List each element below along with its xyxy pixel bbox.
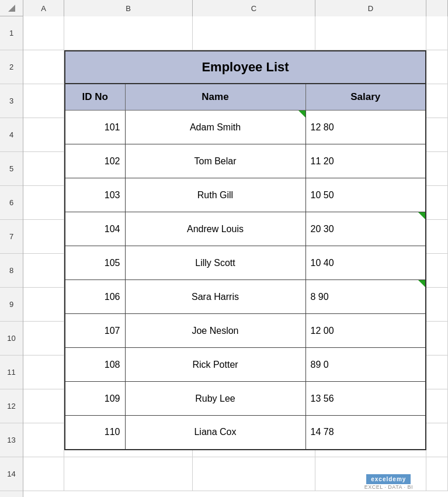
row-header-8[interactable]: 8 [0,254,23,288]
row-header-12[interactable]: 12 [0,389,23,423]
row-header-3[interactable]: 3 [0,84,23,118]
cell-id-10[interactable]: 110 [65,416,125,450]
col-header-c[interactable]: C [193,0,315,16]
cell-salary-3[interactable]: 10 50 [305,178,426,212]
row-header-4[interactable]: 4 [0,118,23,152]
column-headers: A B C D [0,0,448,16]
cell-id-7[interactable]: 107 [65,314,125,348]
cell-name-7[interactable]: Joe Neslon [125,314,305,348]
cell-rest-14 [426,457,448,491]
cell-name-1[interactable]: Adam Smith [125,111,305,144]
col-header-d[interactable]: D [315,0,426,16]
cell-rest-7 [426,220,448,254]
corner-cell [0,0,23,16]
table-row[interactable]: 103 Ruth Gill 10 50 [65,178,426,212]
cell-salary-1[interactable]: 12 80 [305,111,426,144]
cell-name-9[interactable]: Ruby Lee [125,382,305,416]
cell-salary-2[interactable]: 11 20 [305,144,426,178]
cell-c1[interactable] [193,16,315,50]
cell-id-8[interactable]: 108 [65,348,125,382]
row-header-5[interactable]: 5 [0,152,23,186]
row-header-7[interactable]: 7 [0,220,23,254]
row-header-2[interactable]: 2 [0,50,23,84]
cell-id-6[interactable]: 106 [65,280,125,314]
cell-b1[interactable] [64,16,193,50]
cell-salary-10[interactable]: 14 78 [305,416,426,450]
cell-a6[interactable] [23,186,64,220]
table-row[interactable]: 110 Liana Cox 14 78 [65,416,426,450]
row-header-1[interactable]: 1 [0,16,23,50]
table-row[interactable]: 101 Adam Smith 12 80 [65,111,426,144]
cell-salary-5[interactable]: 10 40 [305,246,426,280]
watermark-tagline: EXCEL · DATA · BI [364,484,413,490]
cell-a2[interactable] [23,50,64,84]
cell-a1[interactable] [23,16,64,50]
cell-a10[interactable] [23,322,64,356]
row-header-6[interactable]: 6 [0,186,23,220]
cell-salary-4[interactable]: 20 30 [305,212,426,246]
cell-id-4[interactable]: 104 [65,212,125,246]
grid-area: 1 2 3 4 5 6 7 8 9 10 11 12 13 14 [0,16,448,497]
cell-name-2[interactable]: Tom Belar [125,144,305,178]
cell-a9[interactable] [23,288,64,322]
cell-a12[interactable] [23,389,64,423]
col-header-a[interactable]: A [23,0,64,16]
cell-salary-8[interactable]: 89 0 [305,348,426,382]
table-header-row: ID No Name Salary [65,84,426,111]
row-header-9[interactable]: 9 [0,288,23,322]
cell-a5[interactable] [23,152,64,186]
cell-a13[interactable] [23,423,64,457]
cell-a14[interactable] [23,457,64,491]
content-area: Employee List ID No Name Salary 101 [23,16,448,497]
cell-name-8[interactable]: Rick Potter [125,348,305,382]
col-header-rest [426,0,448,16]
cell-rest-5 [426,152,448,186]
table-row[interactable]: 102 Tom Belar 11 20 [65,144,426,178]
cell-rest-12 [426,389,448,423]
cell-rest-13 [426,423,448,457]
cell-id-3[interactable]: 103 [65,178,125,212]
cell-c14[interactable] [193,457,315,491]
cell-name-3[interactable]: Ruth Gill [125,178,305,212]
cell-a11[interactable] [23,356,64,389]
cell-a3[interactable] [23,84,64,118]
cell-a4[interactable] [23,118,64,152]
table-row[interactable]: 105 Lilly Scott 10 40 [65,246,426,280]
table-title-row: Employee List [65,51,426,84]
cell-rest-11 [426,356,448,389]
grid-row-1 [23,16,448,50]
row-header-13[interactable]: 13 [0,423,23,457]
row-header-11[interactable]: 11 [0,356,23,389]
table-row[interactable]: 104 Andrew Louis 20 30 [65,212,426,246]
cell-b14[interactable] [64,457,193,491]
cell-rest-3 [426,84,448,118]
cell-salary-6[interactable]: 8 90 [305,280,426,314]
cell-name-5[interactable]: Lilly Scott [125,246,305,280]
cell-rest-1 [426,16,448,50]
employee-table: Employee List ID No Name Salary 101 [64,50,426,450]
row-header-14[interactable]: 14 [0,457,23,491]
table-row[interactable]: 108 Rick Potter 89 0 [65,348,426,382]
row-header-10[interactable]: 10 [0,322,23,356]
row-headers: 1 2 3 4 5 6 7 8 9 10 11 12 13 14 [0,16,23,497]
table-row[interactable]: 106 Sara Harris 8 90 [65,280,426,314]
cell-name-4[interactable]: Andrew Louis [125,212,305,246]
svg-marker-0 [8,5,15,12]
cell-name-10[interactable]: Liana Cox [125,416,305,450]
spreadsheet: A B C D 1 2 3 4 5 6 7 8 9 10 11 12 13 14 [0,0,448,497]
table-row[interactable]: 109 Ruby Lee 13 56 [65,382,426,416]
cell-id-5[interactable]: 105 [65,246,125,280]
cell-name-6[interactable]: Sara Harris [125,280,305,314]
cell-a8[interactable] [23,254,64,288]
cell-id-9[interactable]: 109 [65,382,125,416]
cell-id-2[interactable]: 102 [65,144,125,178]
col-header-b[interactable]: B [64,0,193,16]
cell-salary-9[interactable]: 13 56 [305,382,426,416]
cell-id-1[interactable]: 101 [65,111,125,144]
table-title: Employee List [65,51,426,84]
cell-d1[interactable] [315,16,426,50]
cell-salary-7[interactable]: 12 00 [305,314,426,348]
table-row[interactable]: 107 Joe Neslon 12 00 [65,314,426,348]
cell-a7[interactable] [23,220,64,254]
cell-rest-4 [426,118,448,152]
